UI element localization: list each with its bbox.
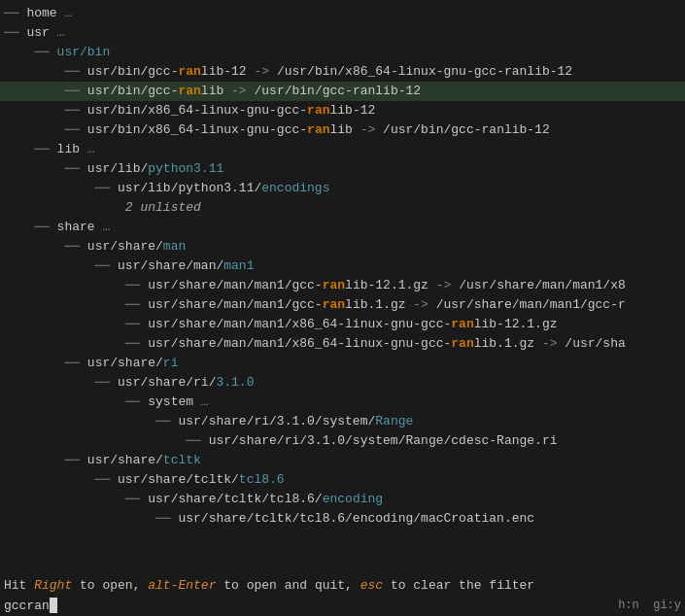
input-bar[interactable]: gccran h:n gi:y (0, 595, 685, 616)
line-position: h:n gi:y (618, 595, 685, 616)
cursor (50, 598, 57, 613)
tree-line-cdesc-range: ── usr/share/ri/3.1.0/system/Range/cdesc… (0, 431, 685, 451)
status-key-esc: esc (360, 578, 383, 593)
tree-line-gcc-ranlib: ── usr/bin/gcc-ranlib -> /usr/bin/gcc-ra… (0, 82, 685, 101)
tree-line-usr-share-tcltk: ── usr/share/tcltk (0, 451, 685, 470)
tree-line-system: ── system … (0, 393, 685, 412)
status-text-to-open-quit: to open and quit, (216, 578, 360, 593)
status-key-right: Right (34, 578, 72, 593)
tree-line-x86-ranlib: ── usr/bin/x86_64-linux-gnu-gcc-ranlib -… (0, 120, 685, 140)
tree-line-usr-share-ri: ── usr/share/ri (0, 354, 685, 373)
tree-line-gcc-ranlib-12: ── usr/bin/gcc-ranlib-12 -> /usr/bin/x86… (0, 62, 685, 82)
status-key-alt-enter: alt-Enter (148, 578, 216, 593)
terminal: ── home … ── usr … ── usr/bin ── usr/bin… (0, 0, 685, 616)
tree-line-man1-x86-ranlib-1: ── usr/share/man/man1/x86_64-linux-gnu-g… (0, 334, 685, 354)
tree-line-man1-gcc-ranlib-1: ── usr/share/man/man1/gcc-ranlib.1.gz ->… (0, 295, 685, 315)
tree-line-maccroatian: ── usr/share/tcltk/tcl8.6/encoding/macCr… (0, 509, 685, 529)
tree-line-unlisted: 2 unlisted (0, 198, 685, 218)
tree-line-ri-system-range: ── usr/share/ri/3.1.0/system/Range (0, 412, 685, 431)
tree-line-encodings: ── usr/lib/python3.11/encodings (0, 179, 685, 198)
tree-line-share: ── share … (0, 218, 685, 237)
search-input-label: gccran (0, 599, 50, 613)
tree-line-usr-share-ri-310: ── usr/share/ri/3.1.0 (0, 373, 685, 393)
tree-line-usr-share-man: ── usr/share/man (0, 237, 685, 257)
tree-line-usr-bin: ── usr/bin (0, 43, 685, 62)
tree-line-man1-x86-ranlib-12: ── usr/share/man/man1/x86_64-linux-gnu-g… (0, 315, 685, 334)
tree-line-lib: ── lib … (0, 140, 685, 159)
tree-line-usr-share-man1: ── usr/share/man/man1 (0, 257, 685, 276)
tree-line-tcl86: ── usr/share/tcltk/tcl8.6 (0, 470, 685, 490)
status-text-to-open: to open, (72, 578, 148, 593)
tree-line-usr: ── usr … (0, 23, 685, 43)
status-text-hit: Hit (4, 578, 34, 593)
status-bar: Hit Right to open, alt-Enter to open and… (0, 573, 685, 595)
tree-line-man1-gcc-ranlib-12: ── usr/share/man/man1/gcc-ranlib-12.1.gz… (0, 276, 685, 295)
tree-line-home: ── home … (0, 4, 685, 23)
tree-line-python311: ── usr/lib/python3.11 (0, 159, 685, 179)
tree-line-tcl86-encoding: ── usr/share/tcltk/tcl8.6/encoding (0, 490, 685, 509)
status-text-clear: to clear the filter (383, 578, 534, 593)
tree-line-x86-ranlib-12: ── usr/bin/x86_64-linux-gnu-gcc-ranlib-1… (0, 101, 685, 120)
